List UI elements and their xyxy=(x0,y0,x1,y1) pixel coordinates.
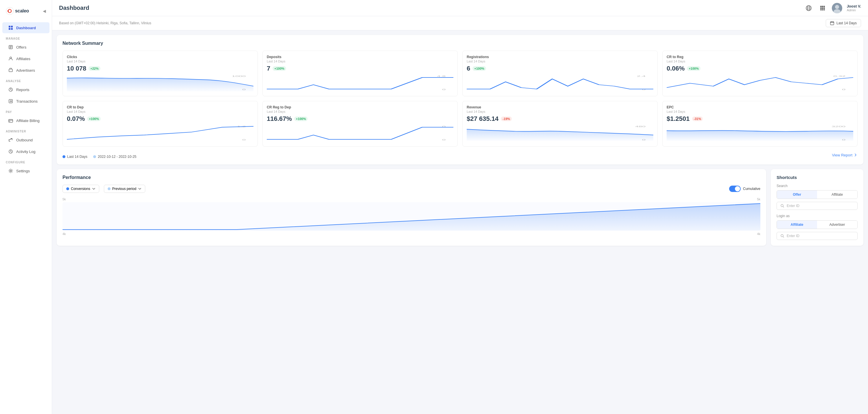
metric-revenue-badge: -19% xyxy=(501,116,512,121)
configure-section-label: CONFIGURE xyxy=(0,157,52,165)
metric-epc-label: EPC xyxy=(666,105,853,109)
cumulative-switch[interactable] xyxy=(729,185,741,192)
apps-icon[interactable] xyxy=(818,3,827,13)
dashboard-icon xyxy=(8,25,13,30)
login-as-placeholder: Enter ID xyxy=(787,234,799,238)
chevron-right-icon xyxy=(854,153,858,157)
avatar xyxy=(832,3,842,13)
legend-previous: 2022-10-12 - 2022-10-25 xyxy=(93,155,136,159)
metrics-grid: Clicks Last 14 Days 10 078 +22% 1000 0 xyxy=(62,50,858,146)
svg-rect-3 xyxy=(11,26,13,28)
user-role: Admin xyxy=(847,8,861,12)
metric-revenue-value: $27 635.14 xyxy=(467,115,498,123)
metric-cr-reg-to-dep-badge: +100% xyxy=(294,116,308,121)
app-name: scaleo xyxy=(15,8,29,13)
sidebar-item-outbound[interactable]: Outbound xyxy=(2,134,50,145)
metric-registrations-period: Last 14 Days xyxy=(467,60,653,63)
sidebar-item-affiliate-billing[interactable]: Affiliate Billing xyxy=(2,115,50,126)
performance-controls: Conversions Previous period Cumulative xyxy=(62,185,761,193)
sidebar-item-reports[interactable]: Reports xyxy=(2,84,50,95)
metric-registrations-badge: +100% xyxy=(472,66,486,71)
sidebar-item-offers[interactable]: Offers xyxy=(2,42,50,53)
metric-clicks-period: Last 14 Days xyxy=(67,60,253,63)
metric-clicks-badge: +22% xyxy=(89,66,100,71)
advertisers-icon xyxy=(8,68,13,73)
perf-y-max-right: 5k xyxy=(757,198,761,201)
globe-icon[interactable] xyxy=(804,3,813,13)
svg-rect-29 xyxy=(830,22,834,25)
perf-y-max-left: 5k xyxy=(62,198,66,201)
sidebar-item-settings[interactable]: Settings xyxy=(2,165,50,176)
sidebar-item-advertisers-label: Advertisers xyxy=(16,68,35,73)
metric-registrations-value: 6 xyxy=(467,65,470,72)
chart-revenue: 480 0 xyxy=(467,125,653,142)
svg-rect-18 xyxy=(822,6,824,7)
view-report-link[interactable]: View Report xyxy=(832,153,858,157)
sidebar-collapse-btn[interactable]: ◀ xyxy=(43,9,46,13)
timezone-text: Based on (GMT+02:00) Helsinki, Riga, Sof… xyxy=(59,21,151,25)
metric-cr-to-dep-label: CR to Dep xyxy=(67,105,253,109)
metric-epc-period: Last 14 Days xyxy=(666,110,853,113)
metric-epc-value: $1.2501 xyxy=(666,115,690,123)
shortcuts-search-label: Search xyxy=(777,184,858,188)
administer-section-label: ADMINISTER xyxy=(0,126,52,134)
sidebar-item-advertisers[interactable]: Advertisers xyxy=(2,65,50,76)
shortcut-tab-affiliate[interactable]: Affiliate xyxy=(817,191,857,199)
svg-point-1 xyxy=(7,10,9,12)
chart-clicks: 1000 0 xyxy=(67,75,253,92)
sidebar-item-affiliates[interactable]: Affiliates xyxy=(2,53,50,64)
previous-period-dropdown[interactable]: Previous period xyxy=(104,185,145,193)
shortcut-tab-offer[interactable]: Offer xyxy=(777,191,817,199)
metric-cr-to-dep-value: 0.07% xyxy=(67,115,85,123)
login-tab-affiliate[interactable]: Affiliate xyxy=(777,220,817,229)
affiliates-icon xyxy=(8,56,13,61)
svg-rect-2 xyxy=(9,26,10,28)
activity-log-icon xyxy=(8,149,13,154)
svg-rect-25 xyxy=(824,9,825,10)
metric-clicks: Clicks Last 14 Days 10 078 +22% 1000 0 xyxy=(62,50,258,96)
svg-rect-12 xyxy=(9,121,10,122)
metric-cr-reg-to-dep: CR Reg to Dep Last 14 Days 116.67% +100%… xyxy=(262,101,458,146)
chart-legend: Last 14 Days 2022-10-12 - 2022-10-25 xyxy=(62,155,136,159)
metric-epc: EPC Last 14 Days $1.2501 -31% 3200 0 xyxy=(662,101,858,146)
affiliate-billing-icon xyxy=(8,118,13,123)
metric-deposits-value: 7 xyxy=(267,65,270,72)
svg-point-47 xyxy=(781,235,783,237)
svg-text:2.4: 2.4 xyxy=(637,75,646,77)
chart-cr-to-reg: 0.32 0 xyxy=(666,75,853,92)
metric-deposits-label: Deposits xyxy=(267,55,454,59)
chart-registrations: 2.4 0 xyxy=(467,75,653,92)
shortcut-tab-offer-label: Offer xyxy=(793,193,801,197)
login-tab-affiliate-label: Affiliate xyxy=(790,222,803,227)
app-logo: scaleo xyxy=(6,7,29,15)
sidebar-item-activity-log[interactable]: Activity Log xyxy=(2,146,50,157)
header-right: Joost V. Admin xyxy=(804,3,861,13)
metric-deposits-period: Last 14 Days xyxy=(267,60,454,63)
svg-text:0: 0 xyxy=(842,88,845,91)
sidebar-item-dashboard[interactable]: Dashboard xyxy=(2,22,50,33)
login-tab-advertiser[interactable]: Advertiser xyxy=(817,220,857,229)
login-as-input[interactable]: Enter ID xyxy=(777,232,858,240)
pay-section-label: PAY xyxy=(0,107,52,115)
legend-current-label: Last 14 Days xyxy=(67,155,87,159)
search-icon-2 xyxy=(780,234,784,238)
metric-revenue-label: Revenue xyxy=(467,105,653,109)
svg-text:0: 0 xyxy=(442,88,445,91)
metric-cr-reg-to-dep-period: Last 14 Days xyxy=(267,110,454,113)
svg-point-7 xyxy=(10,57,11,59)
conversions-dropdown[interactable]: Conversions xyxy=(62,185,99,193)
svg-text:0: 0 xyxy=(442,138,445,141)
main-content: Dashboard Joost V. Admin Based on (GMT+0… xyxy=(52,0,868,414)
shortcut-search-input[interactable]: Enter ID xyxy=(777,202,858,210)
date-filter-button[interactable]: Last 14 Days xyxy=(826,19,861,27)
sidebar: scaleo ◀ Dashboard MANAGE Offers Affilia… xyxy=(0,0,52,414)
cumulative-toggle[interactable]: Cumulative xyxy=(729,185,761,192)
login-tab-advertiser-label: Advertiser xyxy=(829,222,845,227)
sidebar-item-affiliate-billing-label: Affiliate Billing xyxy=(16,118,40,123)
perf-y-mid-right: 4k xyxy=(757,232,761,236)
analyse-section-label: ANALYSE xyxy=(0,76,52,84)
metric-epc-badge: -31% xyxy=(692,116,703,121)
sidebar-item-transactions[interactable]: Transactions xyxy=(2,96,50,107)
user-info: Joost V. Admin xyxy=(847,4,861,12)
sidebar-item-affiliates-label: Affiliates xyxy=(16,57,30,61)
